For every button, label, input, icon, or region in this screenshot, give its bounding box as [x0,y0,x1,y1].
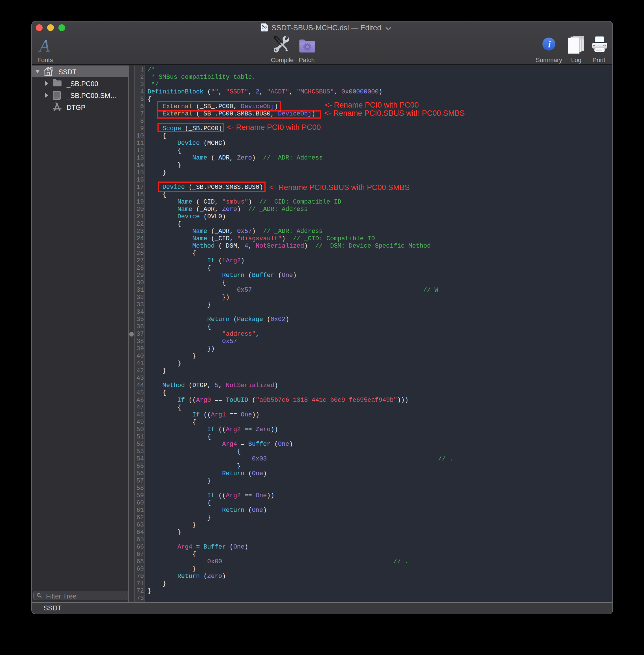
svg-text:A: A [38,37,50,55]
svg-text:i: i [548,39,551,49]
svg-text:DSL: DSL [263,30,266,31]
